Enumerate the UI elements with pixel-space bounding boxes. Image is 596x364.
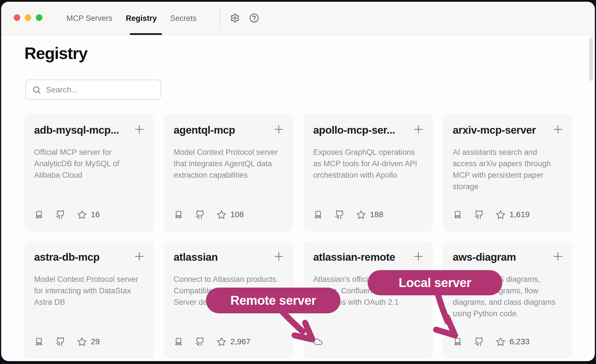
star-icon	[77, 210, 87, 219]
github-icon	[56, 337, 65, 347]
laptop-icon	[453, 337, 462, 347]
server-name: atlassian-remote	[313, 251, 410, 263]
plus-icon	[133, 123, 146, 136]
plus-icon	[552, 123, 564, 136]
server-card-header: atlassian	[174, 251, 283, 263]
star-rating: 29	[77, 337, 100, 347]
server-meta: 188	[313, 210, 383, 219]
server-meta: 108	[174, 210, 244, 219]
scrollbar-thumb[interactable]	[589, 37, 593, 81]
tab-mcp-servers[interactable]: MCP Servers	[66, 14, 112, 23]
star-rating: 188	[356, 210, 383, 219]
star-icon	[356, 210, 366, 219]
server-meta: 16	[34, 210, 100, 219]
page-title: Registry	[24, 43, 87, 63]
server-meta: 6,233	[453, 337, 530, 347]
tab-secrets[interactable]: Secrets	[170, 14, 197, 23]
app-window: MCP Servers Registry Secrets Registry	[1, 2, 595, 361]
github-icon	[195, 210, 205, 219]
github-icon	[195, 337, 205, 347]
add-server-button[interactable]	[412, 250, 425, 263]
github-icon	[474, 210, 484, 219]
add-server-button[interactable]	[552, 123, 564, 136]
titlebar: MCP Servers Registry Secrets	[1, 2, 595, 35]
server-meta: 1,619	[453, 210, 530, 219]
cloud-icon	[313, 337, 323, 347]
settings-gear-icon[interactable]	[230, 13, 240, 23]
server-card[interactable]: astra-db-mcp Model Context Protocol serv…	[24, 241, 154, 359]
plus-icon	[272, 250, 285, 263]
server-card-header: agentql-mcp	[174, 124, 283, 136]
zoom-window-button[interactable]	[36, 14, 42, 21]
server-card[interactable]: adb-mysql-mcp... Official MCP server for…	[24, 114, 154, 232]
laptop-icon	[174, 210, 183, 219]
add-server-button[interactable]	[412, 123, 425, 136]
server-name: apollo-mcp-ser...	[313, 124, 410, 136]
server-card-grid: adb-mysql-mcp... Official MCP server for…	[24, 114, 572, 359]
server-name: adb-mysql-mcp...	[34, 124, 131, 136]
star-count: 2,967	[230, 337, 250, 346]
server-card-header: aws-diagram	[453, 251, 562, 263]
server-description: Model Context Protocol server that integ…	[174, 147, 283, 181]
server-card[interactable]: apollo-mcp-ser... Exposes GraphQL operat…	[303, 114, 433, 232]
laptop-icon	[453, 210, 462, 219]
server-meta: 2,967	[174, 337, 250, 347]
add-server-button[interactable]	[133, 250, 146, 263]
server-name: arxiv-mcp-server	[453, 124, 550, 136]
server-meta-remote	[313, 337, 323, 347]
add-server-button[interactable]	[133, 123, 146, 136]
titlebar-tabs: MCP Servers Registry Secrets	[66, 2, 197, 35]
server-meta: 29	[34, 337, 100, 347]
tab-registry[interactable]: Registry	[126, 14, 157, 23]
github-icon	[56, 210, 65, 219]
search-input[interactable]	[41, 85, 160, 94]
star-icon	[496, 210, 505, 219]
star-count: 6,233	[509, 337, 530, 346]
github-icon	[335, 210, 344, 219]
plus-icon	[272, 123, 285, 136]
server-description: Model Context Protocol server for intera…	[34, 274, 144, 308]
search-box	[25, 80, 161, 100]
star-count: 108	[230, 210, 244, 219]
star-count: 16	[91, 210, 100, 219]
server-description: Exposes GraphQL operations as MCP tools …	[313, 147, 423, 181]
close-window-button[interactable]	[14, 14, 20, 21]
server-description: AI assistants search and access arXiv pa…	[453, 147, 562, 192]
server-card-header: atlassian-remote	[313, 251, 423, 263]
star-rating: 6,233	[496, 337, 530, 347]
server-card[interactable]: agentql-mcp Model Context Protocol serve…	[164, 114, 293, 232]
plus-icon	[412, 250, 425, 263]
server-name: agentql-mcp	[174, 124, 271, 136]
server-description: Official MCP server for AnalyticDB for M…	[34, 147, 144, 181]
active-tab-underline	[130, 33, 162, 35]
star-count: 1,619	[509, 210, 530, 219]
star-rating: 2,967	[217, 337, 250, 347]
plus-icon	[552, 250, 564, 263]
star-count: 29	[91, 337, 100, 346]
github-icon	[474, 337, 484, 347]
server-card[interactable]: aws-diagram Generate AWS diagrams, seque…	[443, 241, 572, 359]
server-name: aws-diagram	[453, 251, 550, 263]
server-name: astra-db-mcp	[34, 251, 131, 263]
add-server-button[interactable]	[272, 123, 285, 136]
laptop-icon	[34, 210, 44, 219]
titlebar-divider	[220, 8, 220, 29]
star-icon	[77, 337, 87, 347]
add-server-button[interactable]	[552, 250, 564, 263]
laptop-icon	[174, 337, 183, 347]
star-icon	[496, 337, 505, 347]
local-server-callout-label: Local server	[399, 276, 471, 290]
laptop-icon	[34, 337, 44, 347]
help-icon[interactable]	[249, 13, 260, 23]
server-card-header: adb-mysql-mcp...	[34, 124, 144, 136]
plus-icon	[412, 123, 425, 136]
star-icon	[217, 210, 226, 219]
add-server-button[interactable]	[272, 250, 285, 263]
plus-icon	[133, 250, 146, 263]
star-rating: 1,619	[496, 210, 530, 219]
server-card-header: astra-db-mcp	[34, 251, 144, 263]
star-icon	[217, 337, 226, 347]
server-name: atlassian	[174, 251, 271, 263]
minimize-window-button[interactable]	[25, 14, 31, 21]
server-card[interactable]: arxiv-mcp-server AI assistants search an…	[443, 114, 572, 232]
